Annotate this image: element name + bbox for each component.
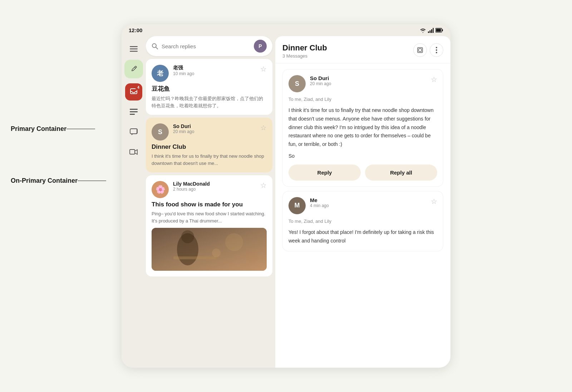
compose-fab[interactable] [124, 60, 143, 78]
detail-subtitle: 3 Messages [282, 53, 327, 59]
battery-icon [435, 28, 443, 33]
status-time: 12:00 [129, 27, 142, 33]
email-image-inner [152, 228, 267, 271]
message-1-info: So Duri 20 min ago [310, 75, 426, 86]
page-wrapper: Primary Container On-Primary Container 1… [0, 0, 572, 392]
svg-point-21 [181, 230, 194, 243]
svg-rect-13 [130, 111, 138, 112]
email-card-3[interactable]: 🌸 Lily MacDonald 2 hours ago ☆ This food… [146, 175, 272, 276]
articles-icon [130, 108, 138, 116]
reply-button[interactable]: Reply [289, 165, 361, 181]
message-1-header: S So Duri 20 min ago ☆ [289, 75, 437, 92]
svg-rect-5 [442, 29, 443, 31]
avatar-soduri-detail: S [289, 75, 306, 92]
email-image-3 [152, 228, 267, 271]
reply-all-button[interactable]: Reply all [365, 165, 437, 181]
svg-point-30 [436, 52, 437, 53]
signal-icon [428, 28, 434, 33]
detail-header: Dinner Club 3 Messages [275, 36, 450, 63]
email-time-2: 20 min ago [173, 129, 256, 134]
message-star-2[interactable]: ☆ [431, 197, 437, 206]
email-sender-2: So Duri [173, 123, 256, 129]
message-card-2: M Me 4 min ago ☆ To me, Ziad, and Lily Y… [282, 191, 443, 251]
email-meta-1: 老强 10 min ago [173, 65, 256, 76]
status-icons [420, 28, 443, 33]
svg-rect-16 [130, 150, 135, 154]
phone-frame: 12:00 [122, 24, 450, 368]
avatar-soduri-list: S [152, 123, 169, 141]
star-3[interactable]: ☆ [260, 181, 267, 190]
wifi-icon [420, 28, 426, 33]
message-2-info: Me 4 min ago [310, 197, 426, 208]
svg-rect-15 [130, 129, 137, 134]
email-preview-2: I think it's time for us to finally try … [152, 153, 267, 167]
chat-icon [130, 128, 138, 136]
detail-messages: S So Duri 20 min ago ☆ To me, Ziad, and … [275, 63, 450, 368]
message-to-2: To me, Ziad, and Lily [289, 219, 437, 224]
svg-rect-9 [130, 51, 138, 52]
email-meta-2: So Duri 20 min ago [173, 123, 256, 134]
annotation-line [66, 129, 95, 129]
message-time-2: 4 min ago [310, 203, 426, 208]
svg-line-10 [135, 67, 136, 68]
email-card-3-header: 🌸 Lily MacDonald 2 hours ago ☆ [152, 181, 267, 198]
svg-point-23 [225, 233, 243, 251]
svg-rect-7 [130, 46, 138, 47]
more-options-button[interactable] [430, 43, 443, 57]
message-body-1: I think it's time for us to finally try … [289, 106, 437, 149]
svg-rect-27 [419, 49, 421, 52]
primary-container-label: Primary Container [11, 125, 95, 133]
avatar-me-detail: M [289, 197, 306, 214]
message-star-1[interactable]: ☆ [431, 75, 437, 84]
email-card-2[interactable]: S So Duri 20 min ago ☆ Dinner Club I thi… [146, 118, 272, 172]
left-inner: 4 [122, 36, 275, 368]
email-sender-3: Lily MacDonald [173, 181, 256, 187]
email-card-2-header: S So Duri 20 min ago ☆ [152, 123, 267, 141]
message-time-1: 20 min ago [310, 81, 426, 86]
svg-point-29 [436, 49, 437, 51]
email-meta-3: Lily MacDonald 2 hours ago [173, 181, 256, 192]
detail-actions [413, 43, 443, 57]
svg-rect-14 [130, 114, 135, 115]
detail-title: Dinner Club [282, 43, 327, 53]
svg-point-24 [246, 250, 258, 263]
search-bar: P [146, 36, 272, 56]
avatar-laoquiang: 老 [152, 65, 169, 82]
expand-button[interactable] [413, 43, 427, 57]
email-subject-3: This food show is made for you [152, 201, 267, 208]
sidebar-item-video[interactable] [124, 143, 143, 161]
email-list: P 老 老强 10 min ago ☆ [146, 36, 275, 368]
sidebar-item-articles[interactable] [124, 103, 143, 121]
svg-point-28 [436, 47, 437, 48]
message-to-1: To me, Ziad, and Lily [289, 97, 437, 102]
reply-buttons: Reply Reply all [289, 165, 437, 181]
email-subject-2: Dinner Club [152, 143, 267, 151]
email-card-1[interactable]: 老 老强 10 min ago ☆ 豆花鱼 最近忙吗？昨晚我去了你最爱的那家饭馆… [146, 59, 272, 115]
star-1[interactable]: ☆ [260, 65, 267, 73]
more-icon [436, 47, 437, 53]
user-avatar[interactable]: P [254, 40, 267, 53]
video-icon [129, 149, 138, 155]
svg-rect-26 [418, 48, 423, 53]
inbox-badge: 4 [135, 84, 142, 90]
message-signature-1: So [289, 153, 437, 159]
star-2[interactable]: ☆ [260, 123, 267, 132]
message-sender-1: So Duri [310, 75, 426, 81]
email-sender-1: 老强 [173, 65, 256, 71]
svg-rect-22 [173, 256, 216, 259]
sidebar-item-chat[interactable] [124, 123, 143, 141]
email-subject-1: 豆花鱼 [152, 85, 267, 93]
expand-icon [417, 47, 423, 53]
avatar-lily: 🌸 [152, 181, 169, 198]
sidebar-item-inbox[interactable]: 4 [124, 83, 143, 101]
nav-sidebar: 4 [122, 36, 146, 368]
svg-point-25 [212, 249, 221, 257]
compose-icon [130, 65, 137, 73]
svg-rect-8 [130, 49, 138, 50]
search-input[interactable] [162, 43, 250, 49]
message-card-1: S So Duri 20 min ago ☆ To me, Ziad, and … [282, 69, 443, 187]
svg-rect-2 [431, 29, 432, 33]
left-panel: 4 [122, 36, 275, 368]
message-sender-2: Me [310, 197, 426, 203]
sidebar-item-menu[interactable] [124, 40, 143, 58]
